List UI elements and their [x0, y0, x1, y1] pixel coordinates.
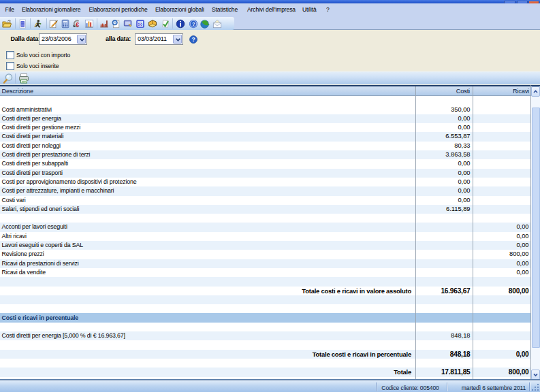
- svg-text:?: ?: [192, 21, 195, 27]
- svg-text:€: €: [76, 21, 79, 28]
- svg-text:?: ?: [192, 36, 195, 43]
